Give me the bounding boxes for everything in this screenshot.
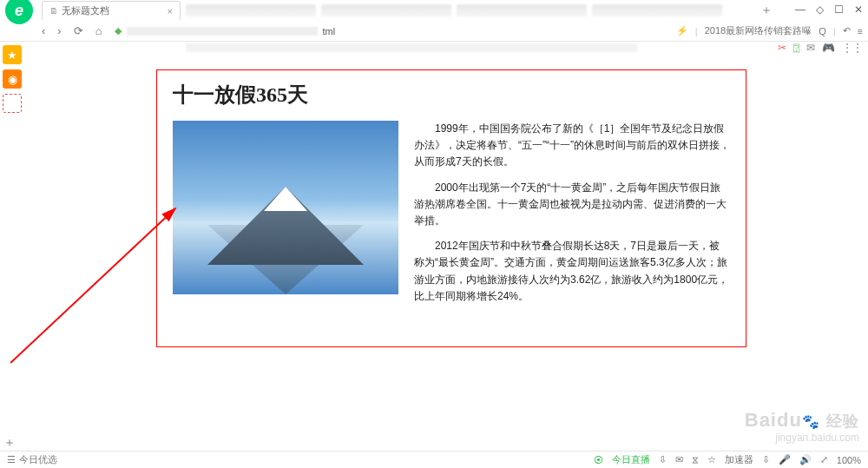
paragraph: 2000年出现第一个7天的“十一黄金周”，之后每年国庆节假日旅游热潮席卷全国。十…	[414, 180, 730, 230]
tab-close-icon[interactable]: ×	[168, 6, 173, 16]
sound-icon[interactable]: 🔊	[799, 454, 812, 465]
nav-home-icon[interactable]: ⌂	[95, 24, 102, 37]
message-icon[interactable]: ✉	[806, 42, 815, 54]
window-max-icon[interactable]: ☐	[834, 3, 844, 16]
live-label[interactable]: 今日直播	[612, 453, 650, 466]
article-text: 1999年，中国国务院公布了新的《［1］全国年节及纪念日放假办法》，决定将春节、…	[414, 121, 730, 313]
tab-active[interactable]: 🗎 无标题文档 ×	[42, 1, 181, 20]
tab-blurred[interactable]	[186, 4, 316, 16]
nav-back-icon[interactable]: ‹	[42, 24, 45, 37]
menu-icon[interactable]: ≡	[858, 26, 863, 36]
today-label[interactable]: 今日优选	[19, 453, 57, 466]
watermark: Baidu🐾 经验 jingyan.baidu.com	[745, 409, 859, 444]
download2-icon[interactable]: ⇩	[762, 454, 770, 465]
add-panel-button[interactable]: ＋	[3, 435, 16, 451]
paragraph: 2012年国庆节和中秋节叠合假期长达8天，7日是最后一天，被称为“最长黄金周”。…	[414, 238, 730, 305]
article-title: 十一放假365天	[173, 81, 730, 109]
download-icon[interactable]: ⇩	[659, 454, 667, 465]
new-tab-button[interactable]: ＋	[760, 3, 773, 18]
document-icon: 🗎	[49, 6, 58, 16]
bookmark-icon[interactable]: ☆	[707, 454, 716, 465]
bolt-icon[interactable]: ⚡	[676, 25, 688, 36]
at-icon[interactable]: @	[3, 94, 22, 113]
window-min-icon[interactable]: —	[795, 3, 806, 16]
search-icon[interactable]: Q	[819, 26, 826, 36]
nav-forward-icon[interactable]: ›	[57, 24, 61, 37]
watermark-cn: 经验	[826, 412, 859, 430]
promo-text[interactable]: 2018最新网络传销套路曝	[705, 24, 812, 37]
today-icon[interactable]: ☰	[7, 454, 16, 465]
address-suffix: tml	[323, 26, 336, 36]
weibo-icon[interactable]: ◉	[3, 69, 22, 89]
paragraph: 1999年，中国国务院公布了新的《［1］全国年节及纪念日放假办法》，决定将春节、…	[414, 121, 730, 171]
screenshot-icon[interactable]: ✂	[778, 42, 786, 54]
accelerator-label[interactable]: 加速器	[725, 453, 753, 466]
svg-line-0	[10, 208, 175, 363]
apps-grid-icon[interactable]: ⋮⋮	[842, 42, 863, 54]
mail-icon[interactable]: ✉	[675, 454, 683, 465]
game-icon[interactable]: 🎮	[822, 42, 835, 54]
article-image	[173, 121, 398, 294]
address-blurred	[127, 27, 318, 36]
address-bar[interactable]: ◆ tml	[115, 25, 664, 36]
undo-icon[interactable]: ↶	[843, 25, 851, 36]
paw-icon: 🐾	[802, 414, 820, 429]
shield-icon: ◆	[115, 25, 122, 36]
zoom-level[interactable]: 100%	[837, 455, 861, 465]
zoom-icon[interactable]: ⤢	[820, 454, 828, 465]
toolbar-blurred	[186, 43, 637, 52]
tab-blurred[interactable]	[321, 4, 451, 16]
window-close-icon[interactable]: ✕	[854, 3, 863, 16]
live-icon[interactable]: ⦿	[594, 455, 603, 465]
watermark-brand: Baidu	[745, 409, 802, 431]
translate-icon[interactable]: ⍰	[793, 42, 799, 54]
watermark-url: jingyan.baidu.com	[745, 432, 859, 444]
article-container: 十一放假365天 1999年，中国国务院公布了新的《［1］全国年节及纪念日放假办…	[156, 69, 746, 347]
history-icon[interactable]: ⧖	[692, 454, 699, 465]
mic-icon[interactable]: 🎤	[779, 454, 791, 465]
window-restore-icon[interactable]: ◇	[816, 3, 824, 16]
tab-blurred[interactable]	[592, 4, 722, 16]
tab-blurred[interactable]	[457, 4, 587, 16]
nav-refresh-icon[interactable]: ⟳	[74, 24, 83, 37]
favorites-icon[interactable]: ★	[3, 45, 22, 64]
tab-title: 无标题文档	[62, 4, 109, 17]
